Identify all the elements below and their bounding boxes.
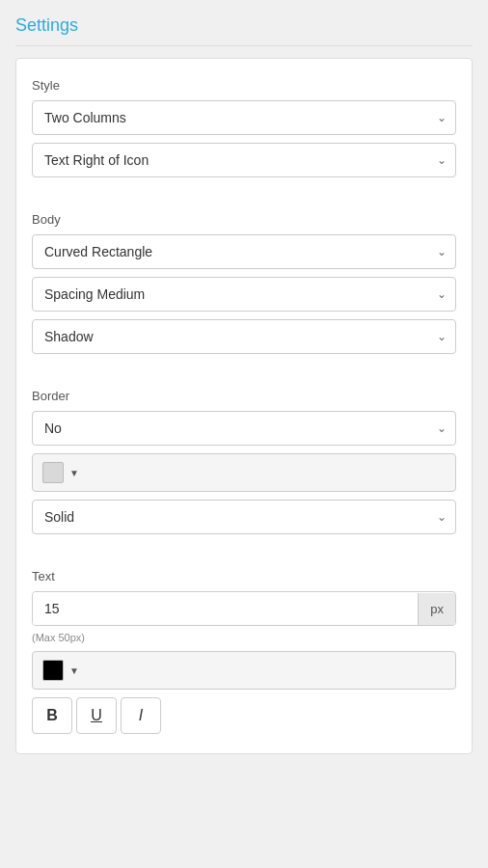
body-shape-select[interactable]: Curved Rectangle Rectangle Circle: [32, 234, 456, 269]
settings-panel: Settings Style Two Columns One Column Th…: [0, 0, 488, 868]
border-color-arrow-icon[interactable]: ▼: [69, 468, 79, 478]
body-shadow-select[interactable]: Shadow No Shadow: [32, 319, 456, 354]
text-max-hint: (Max 50px): [32, 632, 456, 643]
style-icon-text-wrapper: Text Right of Icon Text Below Icon Icon …: [32, 143, 456, 177]
style-columns-wrapper: Two Columns One Column Three Columns ⌄: [32, 100, 456, 135]
bold-button[interactable]: B: [32, 697, 72, 734]
text-color-arrow-icon[interactable]: ▼: [69, 665, 79, 676]
text-color-row[interactable]: ▼: [32, 651, 456, 690]
body-shape-wrapper: Curved Rectangle Rectangle Circle ⌄: [32, 234, 456, 269]
italic-button[interactable]: I: [121, 697, 161, 734]
style-columns-select[interactable]: Two Columns One Column Three Columns: [32, 100, 456, 135]
body-spacing-wrapper: Spacing Medium Spacing Small Spacing Lar…: [32, 277, 456, 312]
text-label: Text: [32, 569, 456, 583]
style-icon-text-select[interactable]: Text Right of Icon Text Below Icon Icon …: [32, 143, 456, 177]
border-toggle-wrapper: No Yes ⌄: [32, 411, 456, 446]
underline-button[interactable]: U: [76, 697, 117, 734]
text-color-swatch[interactable]: [42, 660, 64, 681]
settings-title: Settings: [15, 15, 473, 46]
body-shadow-wrapper: Shadow No Shadow ⌄: [32, 319, 456, 354]
text-size-input[interactable]: [33, 592, 418, 625]
text-unit-label: px: [418, 593, 455, 625]
border-style-select[interactable]: Solid Dashed Dotted: [32, 500, 456, 534]
text-size-row: px: [32, 591, 456, 626]
border-color-row[interactable]: ▼: [32, 453, 456, 492]
body-label: Body: [32, 212, 456, 227]
border-color-swatch[interactable]: [42, 462, 64, 483]
body-spacing-select[interactable]: Spacing Medium Spacing Small Spacing Lar…: [32, 277, 456, 312]
border-toggle-select[interactable]: No Yes: [32, 411, 456, 446]
inner-panel: Style Two Columns One Column Three Colum…: [15, 58, 473, 754]
text-format-row: B U I: [32, 697, 456, 734]
style-label: Style: [32, 78, 456, 93]
border-label: Border: [32, 389, 456, 403]
border-style-wrapper: Solid Dashed Dotted ⌄: [32, 500, 456, 534]
